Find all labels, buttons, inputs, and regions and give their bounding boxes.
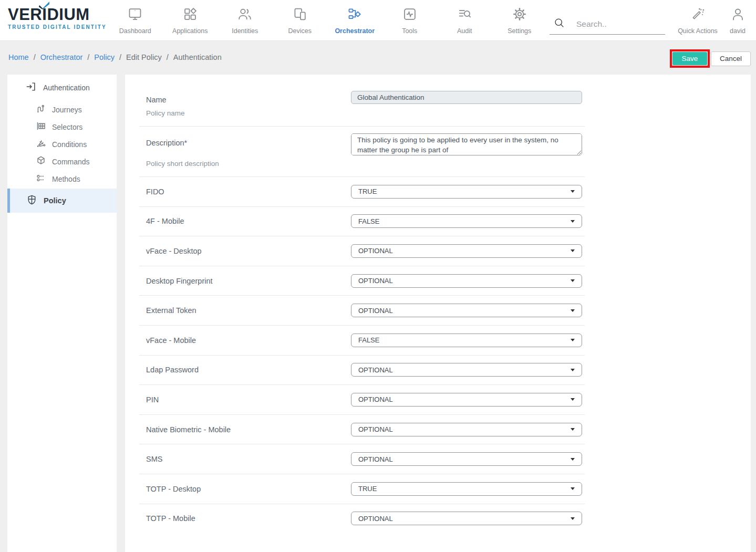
- select-value: OPTIONAL: [358, 395, 571, 403]
- chevron-down-icon: [571, 190, 575, 193]
- breadcrumb-item-authentication: Authentication: [173, 53, 222, 61]
- nav-item-orchestrator[interactable]: Orchestrator: [327, 5, 382, 35]
- sidebar-item-methods[interactable]: Methods: [7, 170, 117, 188]
- form-row-desktop-fingerprint: Desktop FingerprintOPTIONAL: [139, 266, 585, 296]
- name-input[interactable]: [351, 91, 582, 104]
- shield-icon: [26, 194, 37, 207]
- tools-icon: [402, 5, 417, 24]
- nav-item-label: Devices: [288, 27, 312, 35]
- sidebar-item-label: Conditions: [52, 140, 87, 149]
- sidebar-item-label: Authentication: [43, 84, 90, 92]
- search-box: [550, 14, 665, 35]
- user-menu[interactable]: david: [723, 5, 752, 35]
- select-value: OPTIONAL: [358, 366, 571, 374]
- chevron-down-icon: [571, 517, 575, 520]
- form-row-ldap-password: Ldap PasswordOPTIONAL: [139, 355, 585, 385]
- logo-brand: VERIDIUM: [8, 6, 113, 24]
- save-button[interactable]: Save: [672, 52, 707, 65]
- search-icon[interactable]: [554, 17, 565, 30]
- vface-desktop-select[interactable]: OPTIONAL: [351, 244, 582, 258]
- totp-desktop-select[interactable]: TRUE: [351, 482, 582, 496]
- field-control: OPTIONAL: [351, 304, 582, 317]
- field-label: Description*: [146, 139, 187, 147]
- conditions-icon: [36, 138, 46, 151]
- chevron-down-icon: [571, 458, 575, 461]
- cancel-button[interactable]: Cancel: [711, 51, 751, 66]
- fido-select[interactable]: TRUE: [351, 185, 582, 199]
- sidebar-item-label: Commands: [52, 158, 90, 166]
- nav-item-identities[interactable]: Identities: [218, 5, 273, 35]
- field-control: OPTIONAL: [351, 363, 582, 377]
- description-textarea[interactable]: [351, 133, 582, 155]
- field-label: vFace - Desktop: [146, 247, 344, 255]
- wand-icon: [691, 5, 705, 24]
- breadcrumb-item-edit-policy: Edit Policy: [126, 53, 162, 61]
- nav-item-applications[interactable]: Applications: [163, 5, 218, 35]
- field-sublabel: Policy short description: [146, 160, 219, 168]
- settings-icon: [512, 5, 527, 24]
- save-annotation-highlight: Save: [670, 49, 710, 68]
- nav-item-dashboard[interactable]: Dashboard: [108, 5, 163, 35]
- form-row-native-biometric-mobile: Native Biometric - MobileOPTIONAL: [139, 414, 585, 444]
- field-label: TOTP - Desktop: [146, 485, 344, 493]
- sidebar-item-policy[interactable]: Policy: [7, 189, 117, 213]
- chevron-down-icon: [571, 309, 575, 312]
- audit-icon: [457, 5, 472, 24]
- breadcrumb-item-policy[interactable]: Policy: [94, 53, 115, 61]
- commands-icon: [36, 155, 46, 168]
- field-control: [351, 91, 582, 104]
- sms-select[interactable]: OPTIONAL: [351, 452, 582, 466]
- breadcrumb-item-home[interactable]: Home: [8, 53, 29, 61]
- field-control: OPTIONAL: [351, 274, 582, 288]
- chevron-down-icon: [571, 428, 575, 431]
- form-row-totp-mobile: TOTP - MobileOPTIONAL: [139, 504, 585, 534]
- search-input[interactable]: [576, 19, 660, 29]
- sidebar-item-selectors[interactable]: Selectors: [7, 118, 117, 136]
- form-row-external-token: External TokenOPTIONAL: [139, 295, 585, 325]
- form-row-4f-mobile: 4F - MobileFALSE: [139, 206, 585, 236]
- field-label: TOTP - Mobile: [146, 514, 344, 523]
- select-value: TRUE: [358, 485, 571, 493]
- applications-icon: [183, 5, 198, 24]
- chevron-down-icon: [571, 487, 575, 490]
- nav-item-audit[interactable]: Audit: [437, 5, 492, 35]
- sidebar-item-journeys[interactable]: Journeys: [7, 101, 117, 118]
- selectors-icon: [36, 121, 46, 133]
- breadcrumb-item-orchestrator[interactable]: Orchestrator: [40, 53, 83, 61]
- form-row-totp-desktop: TOTP - DesktopTRUE: [139, 474, 585, 504]
- nav-item-settings[interactable]: Settings: [492, 5, 547, 35]
- veridium-logo[interactable]: VERIDIUM TRUSTED DIGITAL IDENTITY: [8, 6, 113, 30]
- select-value: OPTIONAL: [358, 277, 571, 285]
- chevron-down-icon: [571, 398, 575, 401]
- 4f-mobile-select[interactable]: FALSE: [351, 214, 582, 228]
- field-control: OPTIONAL: [351, 244, 582, 258]
- sidebar-subitems: JourneysSelectorsConditionsCommandsMetho…: [7, 101, 117, 188]
- native-biometric-mobile-select[interactable]: OPTIONAL: [351, 423, 582, 436]
- dashboard-icon: [128, 5, 142, 24]
- ldap-password-select[interactable]: OPTIONAL: [351, 363, 582, 377]
- select-value: TRUE: [358, 188, 571, 195]
- field-control: OPTIONAL: [351, 423, 582, 436]
- logo-check-icon: [38, 1, 50, 9]
- field-label: Desktop Fingerprint: [146, 277, 344, 285]
- sidebar-item-conditions[interactable]: Conditions: [7, 136, 117, 153]
- totp-mobile-select[interactable]: OPTIONAL: [351, 512, 582, 525]
- select-value: OPTIONAL: [358, 247, 571, 255]
- nav-item-label: Identities: [232, 27, 258, 35]
- field-label: SMS: [146, 455, 344, 463]
- nav-item-tools[interactable]: Tools: [382, 5, 438, 35]
- desktop-fingerprint-select[interactable]: OPTIONAL: [351, 274, 582, 288]
- pin-select[interactable]: OPTIONAL: [351, 393, 582, 407]
- sidebar-item-commands[interactable]: Commands: [7, 153, 117, 170]
- field-control: FALSE: [351, 214, 582, 228]
- nav-item-devices[interactable]: Devices: [273, 5, 328, 35]
- nav-item-label: Tools: [402, 27, 417, 35]
- sidebar-item-authentication[interactable]: Authentication: [7, 75, 117, 101]
- quick-actions-button[interactable]: Quick Actions: [674, 5, 722, 35]
- vface-mobile-select[interactable]: FALSE: [351, 334, 582, 347]
- main-panel: NamePolicy nameDescription*Policy short …: [125, 75, 751, 552]
- nav-item-label: Orchestrator: [335, 27, 375, 35]
- external-token-select[interactable]: OPTIONAL: [351, 304, 582, 317]
- breadcrumb-row: Home/Orchestrator/Policy/Edit Policy/Aut…: [0, 41, 756, 75]
- form-row-fido: FIDOTRUE: [139, 176, 585, 206]
